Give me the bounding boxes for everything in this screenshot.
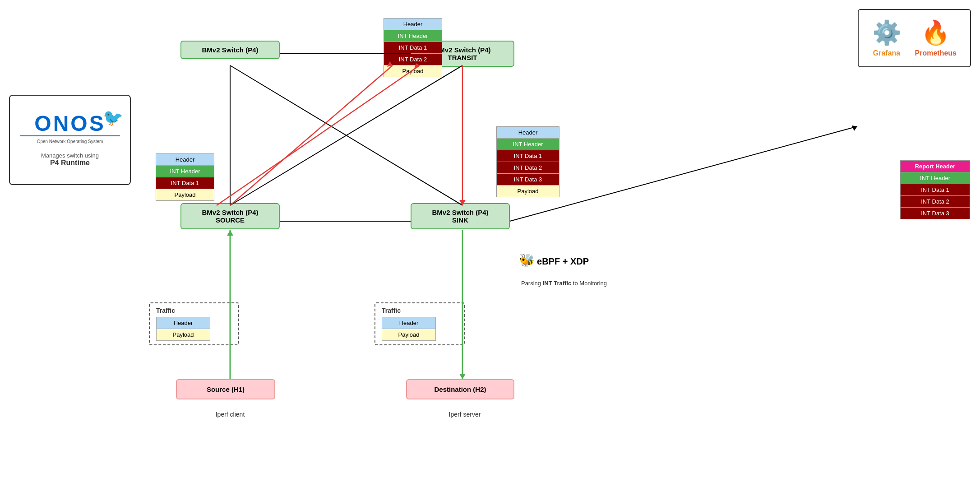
pkt-tr-header: Header [384, 19, 442, 30]
pkt-rm-int-data1: INT Data 1 [497, 150, 559, 162]
ebpf-text: eBPF + XDP [537, 256, 589, 266]
svg-marker-13 [459, 374, 466, 379]
svg-line-5 [230, 65, 462, 205]
traffic-right-label: Traffic [382, 307, 458, 314]
host-dest: Destination (H2) [406, 379, 514, 399]
svg-line-14 [510, 126, 857, 221]
svg-line-16 [230, 65, 393, 205]
pkt-rm-payload: Payload [497, 186, 559, 197]
traffic-right-stack: Header Payload [382, 317, 436, 341]
traffic-right-payload: Payload [382, 329, 435, 340]
svg-marker-11 [227, 230, 233, 236]
switch-top-right-sublabel: TRANSIT [448, 54, 477, 61]
traffic-right-header: Header [382, 317, 435, 329]
switch-bottom-right: BMv2 Switch (P4) SINK [411, 203, 510, 229]
pkt-lm-header: Header [156, 154, 214, 166]
report-row-int-header: INT Header [900, 172, 970, 184]
prometheus-label: Prometheus [915, 49, 957, 57]
switch-bottom-left-sublabel: SOURCE [216, 216, 245, 224]
host-dest-sublabel: Iperf server [424, 411, 505, 418]
switch-bottom-left: BMv2 Switch (P4) SOURCE [180, 203, 280, 229]
pkt-rm-int-data3: INT Data 3 [497, 174, 559, 186]
host-source: Source (H1) [176, 379, 275, 399]
pkt-tr-payload: Payload [384, 65, 442, 77]
grafana-label: Grafana [873, 49, 900, 57]
pkt-tr-int-data2: INT Data 2 [384, 54, 442, 65]
host-source-sublabel: Iperf client [194, 411, 266, 418]
grafana-icon: ⚙️ [872, 19, 901, 46]
report-row-int-data1: INT Data 1 [900, 184, 970, 195]
host-source-label: Source (H1) [207, 385, 245, 393]
pkt-rm-int-data2: INT Data 2 [497, 162, 559, 174]
traffic-left-header: Header [157, 317, 210, 329]
traffic-left-stack: Header Payload [156, 317, 210, 341]
monitoring-box: ⚙️ Grafana 🔥 Prometheus [858, 9, 971, 67]
onos-tagline: Open Network Operating System [37, 139, 103, 144]
report-row-int-data2: INT Data 2 [900, 195, 970, 207]
packet-stack-top-right: Header INT Header INT Data 1 INT Data 2 … [384, 18, 442, 77]
report-row-header: Report Header [900, 160, 970, 172]
onos-logo: onos [34, 113, 105, 135]
switch-bottom-right-label: BMv2 Switch (P4) [432, 209, 488, 216]
pkt-lm-payload: Payload [156, 189, 214, 200]
pkt-rm-header: Header [497, 127, 559, 139]
traffic-left-label: Traffic [156, 307, 232, 314]
onos-runtime: P4 Runtime [41, 159, 99, 167]
pkt-tr-int-header: INT Header [384, 30, 442, 42]
onos-manages: Manages switch using [41, 152, 99, 159]
switch-top-right-label: BMv2 Switch (P4) [434, 46, 490, 54]
svg-line-6 [217, 65, 420, 205]
onos-bird-icon: 🐦 [103, 108, 123, 127]
switch-top-left-label: BMv2 Switch (P4) [202, 46, 258, 54]
packet-stack-right-mid: Header INT Header INT Data 1 INT Data 2 … [496, 126, 559, 197]
ebpf-sublabel: Parsing INT Traffic to Monitoring [496, 280, 632, 287]
ebpf-bee-icon: 🐝 [519, 253, 535, 267]
prometheus-icon: 🔥 [921, 19, 950, 46]
packet-stack-left-mid: Header INT Header INT Data 1 Payload [156, 153, 214, 201]
switch-bottom-right-sublabel: SINK [452, 216, 468, 224]
report-row-int-data3: INT Data 3 [900, 207, 970, 219]
svg-marker-15 [852, 125, 857, 131]
traffic-box-left: Traffic Header Payload [149, 302, 239, 345]
traffic-box-right: Traffic Header Payload [374, 302, 465, 345]
pkt-lm-int-data1: INT Data 1 [156, 177, 214, 189]
pkt-lm-int-header: INT Header [156, 166, 214, 177]
svg-line-4 [230, 65, 462, 205]
report-packet-stack: Report Header INT Header INT Data 1 INT … [900, 160, 970, 219]
host-dest-label: Destination (H2) [434, 385, 486, 393]
pkt-tr-int-data1: INT Data 1 [384, 42, 442, 54]
arrows-svg [0, 0, 980, 478]
switch-top-left: BMv2 Switch (P4) [180, 41, 280, 59]
switch-bottom-left-label: BMv2 Switch (P4) [202, 209, 258, 216]
onos-box: 🐦 onos Open Network Operating System Man… [9, 95, 131, 185]
traffic-left-payload: Payload [157, 329, 210, 340]
ebpf-label: 🐝 eBPF + XDP [519, 253, 589, 268]
pkt-rm-int-header: INT Header [497, 139, 559, 150]
